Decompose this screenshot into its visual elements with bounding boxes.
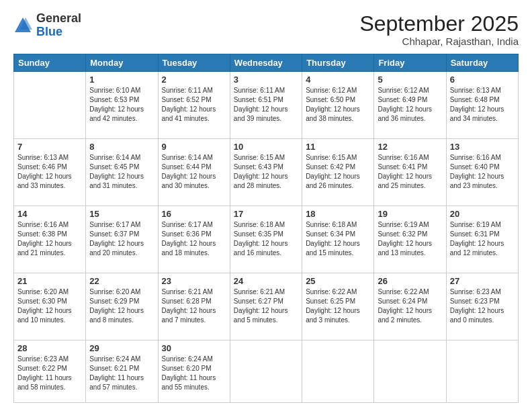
table-row: 21Sunrise: 6:20 AM Sunset: 6:30 PM Dayli… bbox=[14, 273, 86, 340]
table-row: 12Sunrise: 6:16 AM Sunset: 6:41 PM Dayli… bbox=[374, 139, 446, 206]
table-row bbox=[374, 340, 446, 402]
day-details: Sunrise: 6:22 AM Sunset: 6:24 PM Dayligh… bbox=[378, 287, 442, 325]
col-monday: Monday bbox=[86, 54, 158, 72]
day-details: Sunrise: 6:24 AM Sunset: 6:21 PM Dayligh… bbox=[89, 355, 154, 392]
day-details: Sunrise: 6:11 AM Sunset: 6:51 PM Dayligh… bbox=[234, 86, 298, 124]
table-row: 25Sunrise: 6:22 AM Sunset: 6:25 PM Dayli… bbox=[302, 273, 374, 340]
table-row: 6Sunrise: 6:13 AM Sunset: 6:48 PM Daylig… bbox=[446, 72, 518, 139]
table-row: 4Sunrise: 6:12 AM Sunset: 6:50 PM Daylig… bbox=[302, 72, 374, 139]
table-row: 20Sunrise: 6:19 AM Sunset: 6:31 PM Dayli… bbox=[446, 206, 518, 273]
day-details: Sunrise: 6:19 AM Sunset: 6:31 PM Dayligh… bbox=[450, 220, 515, 258]
day-number: 11 bbox=[306, 142, 370, 152]
logo-general: General bbox=[36, 11, 81, 25]
table-row: 11Sunrise: 6:15 AM Sunset: 6:42 PM Dayli… bbox=[302, 139, 374, 206]
day-number: 2 bbox=[162, 75, 226, 85]
table-row: 5Sunrise: 6:12 AM Sunset: 6:49 PM Daylig… bbox=[374, 72, 446, 139]
table-row: 10Sunrise: 6:15 AM Sunset: 6:43 PM Dayli… bbox=[230, 139, 302, 206]
col-tuesday: Tuesday bbox=[158, 54, 230, 72]
page: General Blue September 2025 Chhapar, Raj… bbox=[0, 0, 532, 411]
table-row: 1Sunrise: 6:10 AM Sunset: 6:53 PM Daylig… bbox=[86, 72, 158, 139]
day-number: 25 bbox=[306, 276, 370, 286]
day-details: Sunrise: 6:10 AM Sunset: 6:53 PM Dayligh… bbox=[89, 86, 154, 124]
table-row: 3Sunrise: 6:11 AM Sunset: 6:51 PM Daylig… bbox=[230, 72, 302, 139]
table-row: 23Sunrise: 6:21 AM Sunset: 6:28 PM Dayli… bbox=[158, 273, 230, 340]
table-row bbox=[230, 340, 302, 402]
day-details: Sunrise: 6:12 AM Sunset: 6:50 PM Dayligh… bbox=[306, 86, 370, 124]
table-row: 16Sunrise: 6:17 AM Sunset: 6:36 PM Dayli… bbox=[158, 206, 230, 273]
day-details: Sunrise: 6:14 AM Sunset: 6:45 PM Dayligh… bbox=[89, 153, 154, 191]
day-number: 6 bbox=[450, 75, 515, 85]
table-row bbox=[14, 72, 86, 139]
table-row: 7Sunrise: 6:13 AM Sunset: 6:46 PM Daylig… bbox=[14, 139, 86, 206]
day-details: Sunrise: 6:23 AM Sunset: 6:23 PM Dayligh… bbox=[450, 287, 515, 325]
day-details: Sunrise: 6:23 AM Sunset: 6:22 PM Dayligh… bbox=[17, 355, 82, 392]
month-title: September 2025 bbox=[359, 12, 519, 36]
day-number: 9 bbox=[162, 142, 226, 152]
day-number: 21 bbox=[17, 276, 82, 286]
day-number: 20 bbox=[450, 209, 515, 219]
day-number: 12 bbox=[378, 142, 442, 152]
table-row: 13Sunrise: 6:16 AM Sunset: 6:40 PM Dayli… bbox=[446, 139, 518, 206]
table-row: 19Sunrise: 6:19 AM Sunset: 6:32 PM Dayli… bbox=[374, 206, 446, 273]
day-details: Sunrise: 6:16 AM Sunset: 6:40 PM Dayligh… bbox=[450, 153, 515, 191]
day-details: Sunrise: 6:24 AM Sunset: 6:20 PM Dayligh… bbox=[162, 355, 226, 392]
day-number: 7 bbox=[17, 142, 82, 152]
day-number: 3 bbox=[234, 75, 298, 85]
logo-text: General Blue bbox=[36, 12, 81, 39]
day-number: 18 bbox=[306, 209, 370, 219]
day-number: 29 bbox=[89, 343, 154, 353]
col-wednesday: Wednesday bbox=[230, 54, 302, 72]
day-number: 17 bbox=[234, 209, 298, 219]
day-number: 15 bbox=[89, 209, 154, 219]
day-details: Sunrise: 6:17 AM Sunset: 6:37 PM Dayligh… bbox=[89, 220, 154, 258]
col-thursday: Thursday bbox=[302, 54, 374, 72]
day-details: Sunrise: 6:15 AM Sunset: 6:42 PM Dayligh… bbox=[306, 153, 370, 191]
col-saturday: Saturday bbox=[446, 54, 518, 72]
day-details: Sunrise: 6:18 AM Sunset: 6:35 PM Dayligh… bbox=[234, 220, 298, 258]
day-details: Sunrise: 6:20 AM Sunset: 6:29 PM Dayligh… bbox=[89, 287, 154, 325]
day-details: Sunrise: 6:13 AM Sunset: 6:46 PM Dayligh… bbox=[17, 153, 82, 191]
day-details: Sunrise: 6:22 AM Sunset: 6:25 PM Dayligh… bbox=[306, 287, 370, 325]
table-row: 22Sunrise: 6:20 AM Sunset: 6:29 PM Dayli… bbox=[86, 273, 158, 340]
day-details: Sunrise: 6:15 AM Sunset: 6:43 PM Dayligh… bbox=[234, 153, 298, 191]
calendar-header-row: Sunday Monday Tuesday Wednesday Thursday… bbox=[14, 54, 519, 72]
table-row: 29Sunrise: 6:24 AM Sunset: 6:21 PM Dayli… bbox=[86, 340, 158, 402]
table-row bbox=[446, 340, 518, 402]
day-number: 26 bbox=[378, 276, 442, 286]
day-number: 24 bbox=[234, 276, 298, 286]
day-details: Sunrise: 6:16 AM Sunset: 6:41 PM Dayligh… bbox=[378, 153, 442, 191]
col-sunday: Sunday bbox=[14, 54, 86, 72]
logo-icon bbox=[13, 16, 32, 35]
day-number: 27 bbox=[450, 276, 515, 286]
day-details: Sunrise: 6:18 AM Sunset: 6:34 PM Dayligh… bbox=[306, 220, 370, 258]
table-row: 24Sunrise: 6:21 AM Sunset: 6:27 PM Dayli… bbox=[230, 273, 302, 340]
day-number: 30 bbox=[162, 343, 226, 353]
day-number: 13 bbox=[450, 142, 515, 152]
table-row: 8Sunrise: 6:14 AM Sunset: 6:45 PM Daylig… bbox=[86, 139, 158, 206]
day-details: Sunrise: 6:16 AM Sunset: 6:38 PM Dayligh… bbox=[17, 220, 82, 258]
day-number: 1 bbox=[89, 75, 154, 85]
logo-blue: Blue bbox=[36, 25, 62, 38]
table-row: 9Sunrise: 6:14 AM Sunset: 6:44 PM Daylig… bbox=[158, 139, 230, 206]
day-number: 19 bbox=[378, 209, 442, 219]
title-block: September 2025 Chhapar, Rajasthan, India bbox=[359, 12, 519, 47]
day-number: 14 bbox=[17, 209, 82, 219]
day-details: Sunrise: 6:20 AM Sunset: 6:30 PM Dayligh… bbox=[17, 287, 82, 325]
day-details: Sunrise: 6:19 AM Sunset: 6:32 PM Dayligh… bbox=[378, 220, 442, 258]
day-details: Sunrise: 6:17 AM Sunset: 6:36 PM Dayligh… bbox=[162, 220, 226, 258]
table-row: 26Sunrise: 6:22 AM Sunset: 6:24 PM Dayli… bbox=[374, 273, 446, 340]
day-details: Sunrise: 6:12 AM Sunset: 6:49 PM Dayligh… bbox=[378, 86, 442, 124]
day-number: 22 bbox=[89, 276, 154, 286]
table-row: 15Sunrise: 6:17 AM Sunset: 6:37 PM Dayli… bbox=[86, 206, 158, 273]
table-row: 2Sunrise: 6:11 AM Sunset: 6:52 PM Daylig… bbox=[158, 72, 230, 139]
day-details: Sunrise: 6:11 AM Sunset: 6:52 PM Dayligh… bbox=[162, 86, 226, 124]
table-row bbox=[302, 340, 374, 402]
day-number: 23 bbox=[162, 276, 226, 286]
col-friday: Friday bbox=[374, 54, 446, 72]
day-number: 28 bbox=[17, 343, 82, 353]
day-details: Sunrise: 6:21 AM Sunset: 6:27 PM Dayligh… bbox=[234, 287, 298, 325]
day-number: 4 bbox=[306, 75, 370, 85]
table-row: 30Sunrise: 6:24 AM Sunset: 6:20 PM Dayli… bbox=[158, 340, 230, 402]
day-number: 16 bbox=[162, 209, 226, 219]
table-row: 14Sunrise: 6:16 AM Sunset: 6:38 PM Dayli… bbox=[14, 206, 86, 273]
